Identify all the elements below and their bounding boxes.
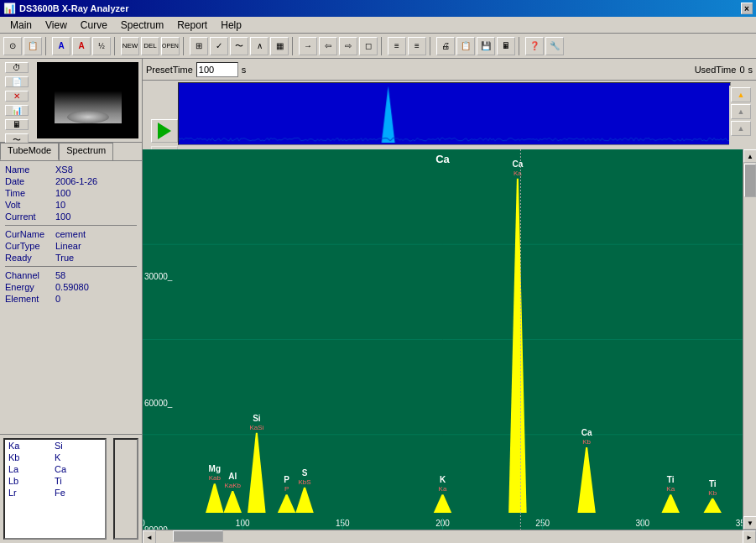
- tab-spectrum[interactable]: Spectrum: [59, 143, 113, 160]
- menu-report[interactable]: Report: [170, 18, 214, 33]
- element-scrollbar-thumb[interactable]: [113, 438, 138, 540]
- tb-tool[interactable]: 🔧: [545, 37, 564, 55]
- mini-right-buttons: ▲ ▲ ▲: [729, 86, 753, 153]
- tb-question[interactable]: ❓: [525, 37, 544, 55]
- tab-tubemode[interactable]: TubeMode: [0, 143, 59, 160]
- preset-unit: s: [242, 65, 247, 75]
- tb-calc[interactable]: 🖩: [497, 37, 515, 55]
- time-bar: PresetTime s UsedTime 0 s: [143, 59, 756, 81]
- tb-open[interactable]: OPEN: [161, 37, 180, 55]
- calc-icon[interactable]: 🖩: [5, 119, 29, 130]
- scroll-up-button[interactable]: ▲: [743, 149, 756, 163]
- value-current: 100: [55, 211, 70, 222]
- topleft-controls: ⏱ 📄 ✕ 📊 🖩 〜: [0, 59, 142, 143]
- title-bar-left: 📊 DS3600B X-Ray Analyzer: [3, 3, 128, 14]
- value-element: 0: [55, 294, 60, 304]
- sample-preview: [55, 77, 122, 123]
- mini-btn-3[interactable]: ▲: [731, 121, 751, 136]
- tb-rect[interactable]: ▦: [270, 37, 289, 55]
- minus-icon[interactable]: ✕: [5, 91, 29, 102]
- main-spectrum-chart[interactable]: Ca: [143, 149, 743, 530]
- left-panel: ⏱ 📄 ✕ 📊 🖩 〜 TubeMode Spectrum Name XS8: [0, 59, 143, 543]
- tb-save[interactable]: 💾: [477, 37, 495, 55]
- tb-check[interactable]: ✓: [210, 37, 228, 55]
- tb-circle[interactable]: ⊙: [3, 37, 22, 55]
- tb-a2[interactable]: A: [72, 37, 91, 55]
- tb-square[interactable]: ◻: [359, 37, 378, 55]
- play-button[interactable]: [151, 119, 178, 143]
- tb-list1[interactable]: ≡: [388, 37, 406, 55]
- tb-grid[interactable]: ⊞: [190, 37, 208, 55]
- tab-bar: TubeMode Spectrum: [0, 143, 142, 161]
- label-ready: Ready: [5, 253, 55, 263]
- spectrum-vscrollbar[interactable]: ▲ ▼: [743, 149, 756, 530]
- toolbar: ⊙ 📋 A A ½ NEW DEL OPEN ⊞ ✓ 〜 ∧ ▦ → ⇦ ⇨ ◻…: [0, 34, 756, 59]
- chart-icon[interactable]: 📊: [5, 105, 29, 116]
- element-listbox: KaSiKbKLaCaLbTiLrFe: [3, 438, 107, 540]
- doc-icon[interactable]: 📄: [5, 76, 29, 87]
- list-item[interactable]: KbK: [5, 452, 105, 463]
- menu-help[interactable]: Help: [214, 18, 248, 33]
- divider1: [5, 225, 137, 226]
- tb-doc[interactable]: 📋: [23, 37, 42, 55]
- list-item[interactable]: LrFe: [5, 487, 105, 499]
- info-volt: Volt 10: [5, 200, 137, 210]
- tb-left[interactable]: ⇦: [319, 37, 337, 55]
- tb-new[interactable]: NEW: [121, 37, 139, 55]
- mini-btn-2[interactable]: ▲: [731, 104, 751, 119]
- scroll-down-button[interactable]: ▼: [743, 516, 756, 530]
- close-button[interactable]: ×: [741, 3, 753, 14]
- hscroll-left-button[interactable]: ◄: [143, 530, 156, 543]
- used-label: UsedTime: [695, 65, 737, 75]
- menu-main[interactable]: Main: [3, 18, 39, 33]
- hscroll-right-button[interactable]: ►: [743, 530, 756, 543]
- tb-a1[interactable]: A: [52, 37, 70, 55]
- app-icon: 📊: [3, 3, 16, 14]
- tb-copy[interactable]: 📋: [456, 37, 475, 55]
- hscroll-thumb[interactable]: [173, 530, 223, 542]
- mini-spectrum-row: ▲ ▲ ▲: [144, 82, 754, 149]
- mini-btn-1[interactable]: ▲: [731, 87, 751, 102]
- sep2: [114, 37, 117, 55]
- scroll-track: [743, 163, 756, 516]
- label-name: Name: [5, 164, 55, 175]
- sep7: [519, 37, 522, 55]
- tb-up[interactable]: ∧: [250, 37, 269, 55]
- label-element: Element: [5, 294, 55, 304]
- tb-right[interactable]: ⇨: [339, 37, 357, 55]
- info-current: Current 100: [5, 211, 137, 222]
- tb-print[interactable]: 🖨: [436, 37, 455, 55]
- preset-input[interactable]: [196, 62, 238, 77]
- tb-list2[interactable]: ≡: [408, 37, 426, 55]
- tb-wave[interactable]: 〜: [230, 37, 248, 55]
- tb-del[interactable]: DEL: [141, 37, 159, 55]
- value-ready: True: [55, 253, 74, 263]
- list-item[interactable]: LbTi: [5, 475, 105, 487]
- hscroll-bar[interactable]: ◄ ►: [143, 530, 756, 543]
- used-unit: s: [748, 65, 753, 75]
- tb-arrow-right[interactable]: →: [299, 37, 317, 55]
- mini-spectrum-canvas: [179, 83, 730, 144]
- info-channel: Channel 58: [5, 270, 137, 280]
- spectrum-info: Name XS8 Date 2006-1-26 Time 100 Volt 10…: [0, 161, 142, 434]
- element-list: KaSiKbKLaCaLbTiLrFe: [5, 440, 105, 499]
- value-curtype: Linear: [55, 241, 81, 251]
- menu-view[interactable]: View: [39, 18, 74, 33]
- info-time: Time 100: [5, 188, 137, 198]
- value-curname: cement: [55, 229, 86, 239]
- info-curtype: CurType Linear: [5, 241, 137, 251]
- menu-curve[interactable]: Curve: [74, 18, 114, 33]
- label-date: Date: [5, 176, 55, 186]
- tb-half[interactable]: ½: [92, 37, 111, 55]
- list-item[interactable]: LaCa: [5, 463, 105, 475]
- spectrum-canvas: [143, 149, 743, 530]
- preset-label: PresetTime: [146, 65, 193, 75]
- value-date: 2006-1-26: [55, 176, 97, 186]
- preview-area: [37, 62, 138, 138]
- timer-icon[interactable]: ⏱: [5, 62, 29, 73]
- menu-spectrum[interactable]: Spectrum: [114, 18, 170, 33]
- scroll-thumb[interactable]: [744, 164, 756, 197]
- label-curname: CurName: [5, 229, 55, 239]
- list-item[interactable]: KaSi: [5, 440, 105, 452]
- value-channel: 58: [55, 270, 65, 280]
